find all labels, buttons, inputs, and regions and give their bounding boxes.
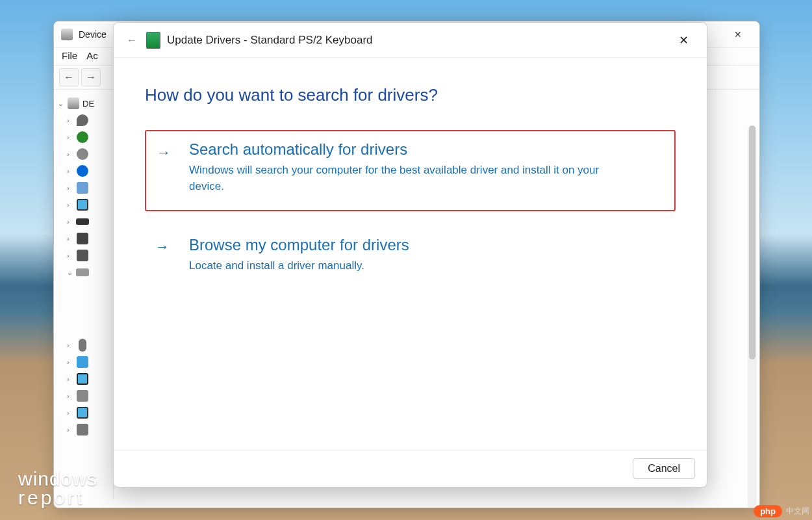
- chevron-right-icon: ›: [67, 409, 73, 417]
- category-icon: [76, 372, 89, 385]
- tree-root-label: DE: [82, 99, 94, 109]
- option-search-automatically[interactable]: →Search automatically for driversWindows…: [145, 130, 676, 211]
- menu-action[interactable]: Ac: [86, 50, 98, 61]
- tree-item[interactable]: ›: [58, 129, 113, 146]
- device-icon: [146, 32, 160, 49]
- tree-item[interactable]: ›: [58, 387, 113, 404]
- category-icon: [76, 181, 89, 194]
- update-drivers-dialog: ← Update Drivers - Standard PS/2 Keyboar…: [113, 22, 707, 488]
- tree-item[interactable]: ›: [58, 337, 113, 354]
- chevron-right-icon: ›: [67, 252, 73, 259]
- dialog-titlebar: ← Update Drivers - Standard PS/2 Keyboar…: [114, 23, 707, 58]
- devmgr-close-button[interactable]: ✕: [723, 24, 753, 45]
- chevron-right-icon: ›: [67, 375, 73, 383]
- dialog-heading: How do you want to search for drivers?: [145, 85, 676, 105]
- tree-item[interactable]: ›: [58, 146, 113, 162]
- chevron-right-icon: ›: [67, 426, 73, 434]
- tree-item[interactable]: ⌄: [58, 264, 113, 281]
- category-icon: [76, 339, 89, 352]
- category-icon: [76, 389, 89, 402]
- cancel-button[interactable]: Cancel: [633, 458, 695, 479]
- computer-icon: [67, 97, 80, 110]
- tree-item[interactable]: ›: [58, 179, 113, 196]
- php-pill: php: [754, 505, 782, 517]
- option-description: Locate and install a driver manually.: [189, 258, 605, 274]
- nav-back-button[interactable]: ←: [59, 68, 79, 86]
- category-icon: [76, 356, 89, 369]
- windows-report-watermark: windows report: [18, 470, 97, 507]
- category-icon: [76, 198, 89, 211]
- devmgr-scrollbar[interactable]: [748, 125, 757, 508]
- scrollbar-thumb[interactable]: [749, 125, 755, 359]
- chevron-down-icon: ⌄: [67, 268, 73, 277]
- tree-root[interactable]: ⌄ DE: [58, 95, 113, 112]
- chevron-right-icon: ›: [67, 133, 73, 141]
- tree-item[interactable]: ›: [58, 196, 113, 213]
- category-icon: [76, 249, 89, 262]
- category-icon: [76, 266, 89, 279]
- chevron-right-icon: ›: [67, 167, 73, 175]
- php-cn-watermark: php 中文网: [754, 505, 809, 517]
- arrow-right-icon: →: [155, 239, 170, 255]
- nav-forward-button[interactable]: →: [81, 68, 101, 86]
- menu-file[interactable]: File: [62, 50, 77, 61]
- php-cn-text: 中文网: [786, 506, 809, 517]
- tree-item[interactable]: ›: [58, 370, 113, 387]
- tree-item[interactable]: ›: [58, 247, 113, 264]
- option-title: Browse my computer for drivers: [189, 236, 661, 254]
- option-title: Search automatically for drivers: [189, 140, 661, 159]
- category-icon: [76, 164, 89, 177]
- dialog-title: Update Drivers - Standard PS/2 Keyboard: [167, 34, 373, 47]
- tree-item[interactable]: ›: [58, 230, 113, 247]
- category-icon: [76, 114, 89, 127]
- category-icon: [76, 131, 89, 144]
- close-button[interactable]: ✕: [669, 29, 698, 51]
- category-icon: [76, 215, 89, 228]
- category-icon: [76, 148, 89, 161]
- option-description: Windows will search your computer for th…: [189, 162, 605, 194]
- chevron-right-icon: ›: [67, 218, 73, 226]
- devmgr-title: Device: [79, 29, 107, 40]
- watermark-line2: report: [18, 489, 97, 508]
- tree-item[interactable]: ›: [58, 162, 113, 179]
- category-icon: [76, 232, 89, 245]
- category-icon: [76, 423, 89, 436]
- chevron-right-icon: ›: [67, 235, 73, 242]
- chevron-right-icon: ›: [67, 150, 73, 158]
- dialog-footer: Cancel: [114, 450, 707, 487]
- watermark-line1: windows: [18, 470, 97, 489]
- chevron-down-icon: ⌄: [58, 99, 64, 108]
- tree-item[interactable]: ›: [58, 354, 113, 370]
- chevron-right-icon: ›: [67, 341, 73, 349]
- chevron-right-icon: ›: [67, 392, 73, 400]
- chevron-right-icon: ›: [67, 116, 73, 124]
- chevron-right-icon: ›: [67, 201, 73, 209]
- tree-item[interactable]: ›: [58, 112, 113, 129]
- chevron-right-icon: ›: [67, 184, 73, 192]
- arrow-right-icon: →: [157, 144, 171, 161]
- category-icon: [76, 406, 89, 419]
- dialog-body: How do you want to search for drivers? →…: [114, 58, 707, 450]
- computer-icon: [60, 28, 73, 41]
- tree-item[interactable]: ›: [58, 404, 113, 421]
- device-tree[interactable]: ⌄ DE ›››››››››⌄ ››››››: [54, 90, 114, 499]
- tree-item[interactable]: ›: [58, 213, 113, 230]
- option-browse-computer[interactable]: →Browse my computer for driversLocate an…: [145, 226, 676, 291]
- back-button[interactable]: ←: [123, 31, 141, 49]
- tree-item[interactable]: ›: [58, 421, 113, 438]
- chevron-right-icon: ›: [67, 358, 73, 366]
